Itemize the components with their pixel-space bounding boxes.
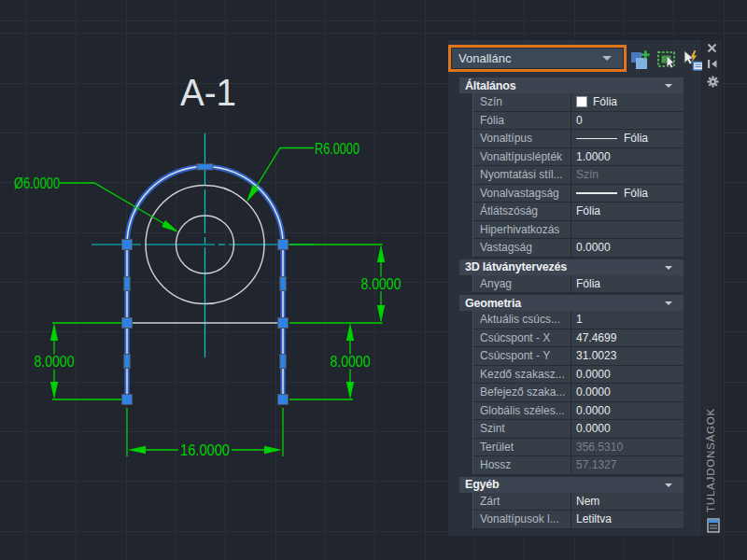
section-header[interactable]: Egyéb: [459, 477, 684, 493]
chevron-down-icon[interactable]: [665, 301, 672, 305]
property-label: Globális széles...: [473, 402, 571, 420]
property-label: Vonaltípus: [473, 130, 571, 147]
property-value[interactable]: 0.0000: [571, 384, 684, 401]
object-type-dropdown[interactable]: Vonallánc: [451, 48, 624, 69]
property-value[interactable]: Fólia: [571, 185, 684, 203]
property-label: Kezdő szakasz...: [473, 366, 571, 384]
property-value[interactable]: 31.0023: [571, 347, 684, 365]
property-row: Nyomtatási stíl...Szín: [472, 166, 684, 185]
property-value[interactable]: 0.0000: [571, 239, 684, 257]
property-row: Vonaltípusok l...Letiltva: [472, 511, 684, 529]
linetype-glyph: [576, 192, 617, 194]
property-row: VonaltípusFólia: [472, 130, 684, 148]
property-value[interactable]: Fólia: [571, 130, 684, 147]
property-label: Szint: [473, 420, 571, 438]
section-title: 3D látványtervezés: [465, 260, 567, 273]
property-label: Vonaltípusok l...: [473, 511, 571, 528]
property-value[interactable]: 0.0000: [571, 420, 684, 438]
dim-left: 8.0000: [35, 353, 75, 370]
property-value[interactable]: Fólia: [571, 93, 684, 111]
property-value-text: Szín: [576, 166, 599, 184]
property-value[interactable]: 356.5310: [571, 439, 684, 456]
section-header[interactable]: 3D látványtervezés: [459, 259, 684, 275]
property-row: Csúcspont - Y31.0023: [472, 347, 684, 366]
dim-diameter: Ø6.0000: [14, 175, 60, 191]
dim-bottom: 16.0000: [180, 441, 230, 458]
property-value[interactable]: Szín: [571, 166, 684, 184]
property-label: Terület: [473, 439, 571, 456]
palette-titlebar: TULAJDONSÁGOK: [702, 40, 722, 536]
property-value[interactable]: 1: [571, 311, 684, 329]
dim-radius: R6.0000: [315, 140, 359, 157]
property-row: SzínFólia: [472, 93, 684, 112]
property-value-text: Fólia: [624, 185, 648, 203]
property-value-text: Fólia: [576, 203, 600, 220]
property-value-text: 1: [576, 311, 583, 329]
property-value-text: 0.0000: [576, 402, 611, 420]
section-title: Általános: [465, 79, 515, 92]
property-row: Csúcspont - X47.4699: [472, 329, 684, 348]
dim-right: 8.0000: [361, 275, 402, 292]
properties-palette: Vonallánc ÁltalánosSzínFóliaFólia0Vonalt…: [448, 40, 701, 536]
property-value[interactable]: Fólia: [571, 275, 684, 293]
property-value[interactable]: Nem: [571, 493, 684, 511]
property-row: Vonaltípuslépték1.0000: [472, 148, 684, 167]
auto-hide-icon[interactable]: [707, 59, 718, 69]
chevron-down-icon[interactable]: [665, 483, 672, 487]
property-value[interactable]: 0.0000: [571, 366, 684, 384]
gear-icon[interactable]: [707, 76, 719, 88]
property-row: AnyagFólia: [472, 275, 684, 294]
property-value-text: Letiltva: [576, 511, 612, 528]
property-row: Fólia0: [472, 112, 684, 131]
property-row: Hossz57.1327: [472, 456, 684, 475]
chevron-down-icon[interactable]: [602, 56, 612, 61]
property-value[interactable]: 1.0000: [571, 148, 684, 166]
property-label: Vonaltípuslépték: [473, 148, 571, 166]
property-value-text: Fólia: [624, 130, 648, 147]
linetype-glyph: [576, 138, 617, 140]
property-row: VonalvastagságFólia: [472, 185, 684, 203]
property-row: Vastagság0.0000: [472, 239, 684, 258]
property-label: Szín: [473, 93, 571, 111]
property-value[interactable]: 0: [571, 112, 684, 130]
property-row: ZártNem: [472, 493, 684, 511]
property-value[interactable]: [571, 221, 684, 239]
property-label: Vonalvastagság: [473, 185, 571, 203]
object-type-value: Vonallánc: [458, 51, 511, 65]
property-value[interactable]: Letiltva: [571, 511, 684, 528]
property-value[interactable]: 47.4699: [571, 329, 684, 347]
toggle-pickadd-button[interactable]: [628, 49, 653, 74]
properties-panel-icon[interactable]: [707, 518, 721, 534]
property-label: Befejező szaka...: [473, 384, 571, 401]
section-header[interactable]: Általános: [459, 77, 684, 93]
select-objects-button[interactable]: [655, 49, 680, 74]
color-swatch: [576, 96, 587, 107]
property-value-text: 0.0000: [576, 384, 611, 401]
property-value-text: 47.4699: [576, 329, 616, 347]
property-value[interactable]: 57.1327: [571, 456, 684, 474]
property-value-text: 0: [576, 112, 583, 130]
property-row: Hiperhivatkozás: [472, 221, 684, 240]
close-icon[interactable]: [707, 43, 717, 53]
property-label: Vastagság: [473, 239, 571, 257]
property-value-text: 57.1327: [576, 456, 616, 474]
property-label: Zárt: [473, 493, 571, 511]
property-row: Szint0.0000: [472, 420, 684, 439]
property-label: Átlátszóság: [473, 203, 571, 220]
property-value-text: 31.0023: [576, 347, 616, 365]
section-header[interactable]: Geometria: [459, 295, 684, 311]
property-value[interactable]: Fólia: [571, 203, 684, 220]
property-value-text: 356.5310: [576, 439, 623, 456]
property-value[interactable]: 0.0000: [571, 402, 684, 420]
chevron-down-icon[interactable]: [665, 266, 672, 270]
chevron-down-icon[interactable]: [665, 84, 672, 88]
property-label: Anyag: [473, 275, 571, 293]
property-label: Hossz: [473, 456, 571, 474]
property-row: Terület356.5310: [472, 439, 684, 457]
property-label: Csúcspont - X: [473, 329, 571, 347]
property-label: Fólia: [473, 112, 571, 130]
section-title: Geometria: [465, 297, 521, 310]
property-value-text: Fólia: [593, 93, 617, 111]
property-row: ÁtlátszóságFólia: [472, 203, 684, 221]
section-title: Egyéb: [465, 478, 500, 491]
